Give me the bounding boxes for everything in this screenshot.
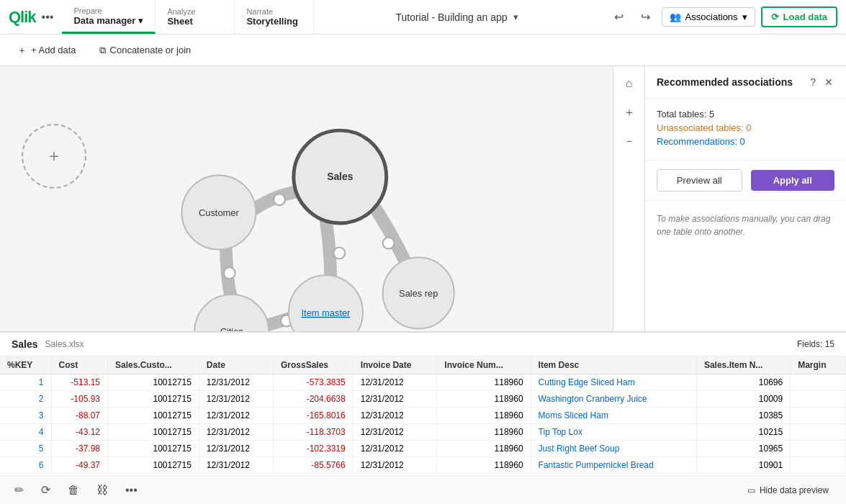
cell-margin: [791, 374, 846, 391]
col-margin: Margin: [791, 356, 846, 374]
cell-item-desc: Washington Cranberry Juice: [531, 391, 696, 408]
cell-item-desc: Fantastic Pumpernickel Bread: [531, 457, 696, 474]
cell-key: 3: [0, 408, 51, 424]
hide-preview-label: Hide data preview: [760, 485, 829, 495]
cell-key: 2: [0, 391, 51, 408]
edit-table-button[interactable]: ✏: [12, 480, 27, 500]
data-table-scroll[interactable]: %KEY Cost Sales.Custo... Date GrossSales…: [0, 356, 846, 475]
cell-date: 12/31/2012: [199, 408, 273, 424]
app-title[interactable]: Tutorial - Building an app: [395, 12, 507, 23]
more-options-button[interactable]: •••: [122, 480, 140, 500]
load-data-button[interactable]: ⟳ Load data: [761, 6, 837, 27]
canvas-area[interactable]: + Sales Customer: [0, 66, 644, 366]
cell-grosssales: -573.3835: [273, 374, 353, 391]
cell-margin: [791, 408, 846, 424]
nav-more-icon[interactable]: •••: [42, 11, 54, 24]
hide-preview-button[interactable]: ▭ Hide data preview: [742, 482, 834, 498]
data-model-graph: Sales Customer Item master Sales rep Cit…: [0, 66, 644, 366]
apply-all-button[interactable]: Apply all: [751, 170, 835, 191]
cell-item-desc: Moms Sliced Ham: [531, 408, 696, 424]
preview-all-button[interactable]: Preview all: [657, 169, 742, 192]
redo-button[interactable]: ↪: [635, 6, 656, 28]
cell-sales-custo: 10012715: [108, 441, 199, 457]
fields-count: Fields: 15: [797, 339, 834, 349]
cell-sales-item: 10215: [696, 424, 790, 441]
cell-key: 6: [0, 457, 51, 474]
col-cost: Cost: [51, 356, 107, 374]
svg-point-0: [274, 194, 285, 205]
cell-invoice-date: 12/31/2012: [353, 457, 437, 474]
table-body: 1-513.151001271512/31/2012-573.383512/31…: [0, 374, 846, 474]
nav-section-prepare[interactable]: Prepare Data manager ▾: [62, 0, 156, 34]
canvas-controls: ⌂ ＋ － ✏: [613, 66, 644, 366]
zoom-in-button[interactable]: ＋: [618, 101, 641, 124]
cell-item-desc: Just Right Beef Soup: [531, 441, 696, 457]
panel-actions: Preview all Apply all: [645, 161, 846, 201]
cell-sales-custo: 10012715: [108, 457, 199, 474]
nav-center: Tutorial - Building an app ▾: [314, 0, 599, 34]
hide-icon: ▭: [747, 485, 755, 495]
cell-date: 12/31/2012: [199, 391, 273, 408]
help-button[interactable]: ?: [809, 75, 817, 89]
main-area: + Sales Customer: [0, 66, 846, 366]
total-tables-value: Total tables: 5: [657, 109, 714, 120]
col-invoice-date: Invoice Date: [353, 356, 437, 374]
person-icon: 👥: [670, 12, 681, 22]
panel-title: Recommended associations: [657, 76, 793, 88]
table-row: 1-513.151001271512/31/2012-573.383512/31…: [0, 374, 846, 391]
col-key: %KEY: [0, 356, 51, 374]
cell-cost: -513.15: [51, 374, 107, 391]
cell-key: 1: [0, 374, 51, 391]
load-data-label: Load data: [783, 12, 827, 22]
cell-invoice-date: 12/31/2012: [353, 441, 437, 457]
table-row: 4-43.121001271512/31/2012-118.370312/31/…: [0, 424, 846, 441]
table-name: Sales: [12, 338, 38, 350]
cell-invoice-num: 118960: [437, 441, 531, 457]
cell-cost: -37.98: [51, 441, 107, 457]
bottom-toolbar-left: ✏ ⟳ 🗑 ⛓ •••: [12, 480, 140, 500]
cell-sales-custo: 10012715: [108, 374, 199, 391]
recommendations-value: Recommendations: 0: [657, 136, 745, 147]
concatenate-button[interactable]: ⧉ Concatenate or join: [94, 42, 197, 59]
col-grosssales: GrossSales: [273, 356, 353, 374]
cell-margin: [791, 457, 846, 474]
nav-sections: Prepare Data manager ▾ Analyze Sheet Nar…: [62, 0, 314, 34]
cell-cost: -43.12: [51, 424, 107, 441]
cell-date: 12/31/2012: [199, 424, 273, 441]
cell-invoice-date: 12/31/2012: [353, 424, 437, 441]
top-nav: Qlik ••• Prepare Data manager ▾ Analyze …: [0, 0, 846, 35]
unassociated-value: Unassociated tables: 0: [657, 122, 752, 133]
add-data-button[interactable]: ＋ + Add data: [12, 41, 82, 60]
nav-section-narrate[interactable]: Narrate Storytelling: [235, 0, 314, 34]
cell-sales-custo: 10012715: [108, 424, 199, 441]
cell-invoice-date: 12/31/2012: [353, 374, 437, 391]
delete-table-button[interactable]: 🗑: [65, 480, 82, 500]
svg-text:Sales: Sales: [327, 171, 354, 182]
associations-button[interactable]: 👥 Associations ▾: [662, 7, 755, 27]
zoom-out-button[interactable]: －: [618, 130, 641, 153]
unlink-table-button[interactable]: ⛓: [94, 480, 111, 500]
home-button[interactable]: ⌂: [618, 72, 641, 95]
bottom-panel: Sales Sales.xlsx Fields: 15 %KEY Cost Sa…: [0, 331, 846, 504]
total-tables-stat: Total tables: 5: [657, 109, 834, 120]
cell-grosssales: -165.8016: [273, 408, 353, 424]
panel-note: To make associations manually, you can d…: [645, 201, 846, 250]
recommendations-stat: Recommendations: 0: [657, 136, 834, 147]
cell-invoice-num: 118960: [437, 424, 531, 441]
refresh-table-button[interactable]: ⟳: [38, 480, 53, 500]
concatenate-label: Concatenate or join: [110, 45, 192, 55]
header-row: %KEY Cost Sales.Custo... Date GrossSales…: [0, 356, 846, 374]
nav-section-analyze[interactable]: Analyze Sheet: [156, 0, 235, 34]
associations-arrow-icon: ▾: [742, 12, 747, 22]
col-sales-custo: Sales.Custo...: [108, 356, 199, 374]
cell-cost: -88.07: [51, 408, 107, 424]
col-date: Date: [199, 356, 273, 374]
undo-button[interactable]: ↩: [608, 6, 629, 28]
cell-sales-item: 10009: [696, 391, 790, 408]
right-panel: Recommended associations ? ✕ Total table…: [644, 66, 846, 366]
table-row: 5-37.981001271512/31/2012-102.331912/31/…: [0, 441, 846, 457]
close-button[interactable]: ✕: [823, 75, 834, 89]
cell-invoice-num: 118960: [437, 374, 531, 391]
bottom-toolbar: ✏ ⟳ 🗑 ⛓ ••• ▭ Hide data preview: [0, 475, 846, 504]
cell-invoice-num: 118960: [437, 457, 531, 474]
